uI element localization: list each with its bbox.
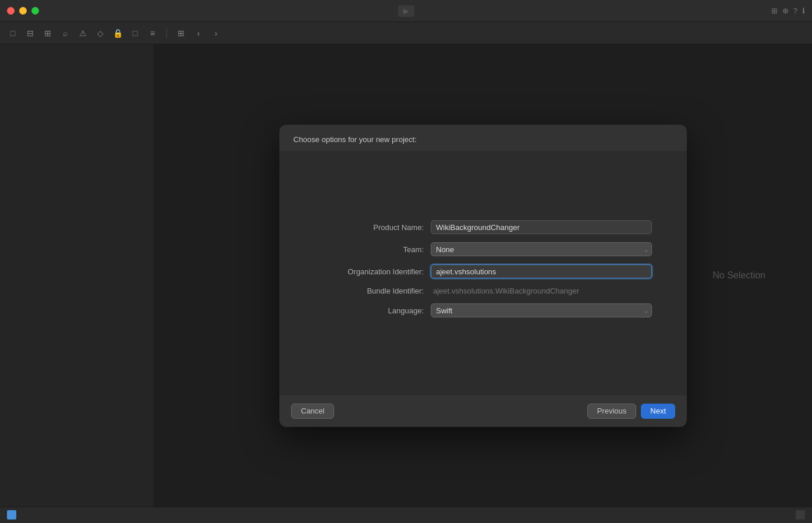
layout-icon[interactable]: ⊞ (175, 27, 187, 39)
grid-icon[interactable]: ⊞ (771, 6, 778, 15)
product-name-row: Product Name: (314, 220, 652, 234)
product-name-label: Product Name: (314, 223, 431, 232)
language-select[interactable]: Swift Objective-C (431, 303, 652, 317)
title-bar: ▶ ⊞ ⊕ ? ℹ (0, 0, 812, 22)
status-indicator-right (796, 510, 805, 520)
secondary-toolbar: □ ⊟ ⊞ ⌕ ⚠ ◇ 🔒 □ ≡ ⊞ ‹ › No Selection (0, 22, 812, 44)
cancel-button[interactable]: Cancel (291, 404, 334, 419)
library-icon[interactable]: ⊕ (782, 6, 789, 15)
minimize-button[interactable] (19, 7, 27, 15)
toolbar-icons: □ ⊟ ⊞ ⌕ ⚠ ◇ 🔒 □ ≡ ⊞ ‹ › (7, 27, 222, 39)
toolbar-right: ⊞ ⊕ ? ℹ (771, 6, 805, 15)
toolbar-center: ▶ (398, 5, 414, 17)
help-icon[interactable]: ? (793, 6, 797, 15)
language-label: Language: (314, 306, 431, 315)
run-button[interactable]: ▶ (398, 5, 414, 17)
lock-icon[interactable]: 🔒 (112, 27, 123, 39)
bundle-identifier-row: Bundle Identifier: ajeet.vshsolutions.Wi… (314, 287, 652, 295)
inspector-icon[interactable]: ℹ (802, 6, 805, 15)
bundle-identifier-value: ajeet.vshsolutions.WikiBackgroundChanger (431, 287, 652, 295)
lines-icon[interactable]: ≡ (147, 27, 158, 39)
team-row: Team: None ⌄ (314, 242, 652, 256)
dialog-footer: Cancel Previous Next (279, 395, 687, 427)
back-icon[interactable]: ‹ (193, 27, 204, 39)
diamond-icon[interactable]: ◇ (94, 27, 106, 39)
dialog-overlay: Choose options for your new project: Pro… (154, 44, 812, 507)
new-project-dialog: Choose options for your new project: Pro… (279, 125, 687, 427)
search-icon[interactable]: ⌕ (59, 27, 71, 39)
file-icon[interactable]: □ (7, 27, 19, 39)
dialog-title: Choose options for your new project: (279, 125, 687, 151)
dialog-content: Product Name: Team: None ⌄ Organization (279, 151, 687, 395)
next-button[interactable]: Next (641, 404, 675, 419)
language-select-wrapper: Swift Objective-C ⌄ (431, 303, 652, 317)
divider (166, 28, 167, 38)
comment-icon[interactable]: □ (129, 27, 141, 39)
bundle-identifier-label: Bundle Identifier: (314, 287, 431, 295)
forward-icon[interactable]: › (210, 27, 222, 39)
form-area: Product Name: Team: None ⌄ Organization (279, 209, 687, 337)
product-name-input[interactable] (431, 220, 652, 234)
team-select[interactable]: None (431, 242, 652, 256)
footer-right-buttons: Previous Next (587, 404, 675, 419)
status-bar (0, 507, 812, 523)
fullscreen-button[interactable] (31, 7, 39, 15)
language-row: Language: Swift Objective-C ⌄ (314, 303, 652, 317)
folder-icon[interactable]: ⊟ (24, 27, 36, 39)
org-identifier-label: Organization Identifier: (314, 267, 431, 276)
warning-icon[interactable]: ⚠ (77, 27, 88, 39)
org-identifier-input[interactable] (431, 264, 652, 278)
group-icon[interactable]: ⊞ (42, 27, 54, 39)
org-identifier-row: Organization Identifier: (314, 264, 652, 278)
team-select-wrapper: None ⌄ (431, 242, 652, 256)
close-button[interactable] (7, 7, 15, 15)
status-indicator (7, 510, 16, 520)
traffic-lights (7, 7, 39, 15)
previous-button[interactable]: Previous (587, 404, 637, 419)
sidebar (0, 44, 154, 507)
team-label: Team: (314, 245, 431, 254)
